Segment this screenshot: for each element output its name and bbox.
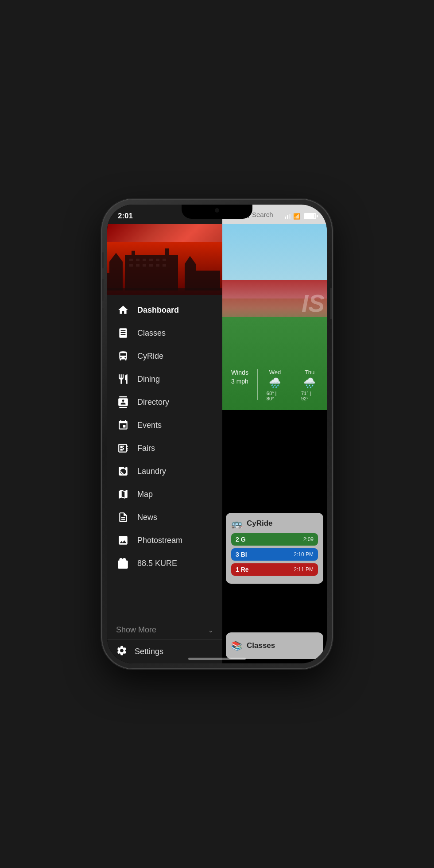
home-indicator[interactable]	[188, 658, 246, 660]
volume-up-button[interactable]	[102, 279, 104, 301]
phone-screen: Dashboard Classes CyRide	[107, 205, 327, 663]
sidebar-item-kure[interactable]: 88.5 KURE	[107, 552, 222, 575]
sidebar-item-news[interactable]: News	[107, 506, 222, 529]
app-screen: Dashboard Classes CyRide	[107, 205, 327, 663]
sidebar-item-label: Map	[137, 490, 153, 499]
svg-rect-3	[165, 248, 169, 255]
silent-switch[interactable]	[102, 252, 104, 268]
sidebar-item-label: Events	[137, 421, 162, 430]
svg-rect-4	[129, 259, 133, 261]
svg-rect-22	[107, 288, 222, 295]
svg-rect-8	[156, 259, 159, 261]
svg-rect-21	[107, 273, 111, 291]
svg-rect-9	[163, 259, 166, 261]
classes-card-title: Classes	[247, 641, 275, 650]
cyride-card[interactable]: 🚌 CyRide 2 G 2:09 3 Bl 2:10 PM 1 Re 2:11…	[226, 513, 323, 584]
weather-temp-thu: 71° | 92°	[301, 391, 318, 401]
weather-forecast: Wed 🌧️ 68° | 80° Thu 🌧️ 71° | 92°	[267, 369, 318, 401]
sidebar-item-photostream[interactable]: Photostream	[107, 529, 222, 552]
weather-day-thu: Thu 🌧️ 71° | 92°	[301, 369, 318, 401]
show-more-row[interactable]: Show More ⌄	[107, 621, 222, 639]
radio-icon	[116, 556, 130, 570]
wind-speed: 3 mph	[231, 378, 248, 385]
sidebar-item-directory[interactable]: Directory	[107, 391, 222, 414]
status-icons: 📶	[285, 213, 316, 220]
signal-dots	[285, 214, 291, 219]
route-item-red[interactable]: 1 Re 2:11 PM	[231, 563, 318, 576]
weather-day-wed: Wed 🌧️ 68° | 80°	[267, 369, 283, 401]
chevron-down-icon: ⌄	[208, 627, 213, 634]
sidebar-item-label: Directory	[137, 398, 169, 407]
svg-rect-20	[196, 271, 220, 291]
main-content: 🔍 Search IS	[222, 205, 327, 663]
svg-rect-13	[149, 264, 153, 267]
rain-icon-thu: 🌧️	[303, 377, 315, 389]
sidebar-item-dining[interactable]: Dining	[107, 368, 222, 391]
news-icon	[116, 510, 130, 524]
route-time-green: 2:09	[303, 536, 314, 542]
dining-icon	[116, 372, 130, 386]
route-number-blue: 3 Bl	[236, 551, 247, 558]
svg-rect-12	[143, 264, 146, 267]
sidebar-item-classes[interactable]: Classes	[107, 322, 222, 345]
menu-list: Dashboard Classes CyRide	[107, 295, 222, 621]
classes-card-icon: 📚	[231, 640, 242, 651]
dashboard-icon	[116, 303, 130, 317]
volume-down-button[interactable]	[102, 308, 104, 330]
sidebar-item-label: Fairs	[137, 444, 155, 453]
laundry-icon	[116, 464, 130, 478]
classes-icon	[116, 326, 130, 340]
cyride-card-header: 🚌 CyRide	[231, 518, 318, 529]
svg-rect-16	[109, 262, 123, 291]
svg-rect-11	[136, 264, 140, 267]
wifi-icon: 📶	[293, 213, 300, 220]
svg-rect-10	[129, 264, 133, 267]
stadium-banner: IS Winds 3 mph	[222, 224, 327, 410]
settings-label: Settings	[135, 647, 163, 656]
menu-header-image	[107, 224, 222, 295]
sidebar-item-dashboard[interactable]: Dashboard	[107, 298, 222, 322]
route-item-blue[interactable]: 3 Bl 2:10 PM	[231, 548, 318, 561]
cyride-icon	[116, 349, 130, 363]
svg-rect-5	[136, 259, 140, 261]
classes-card[interactable]: 📚 Classes	[226, 632, 323, 659]
status-time: 2:01	[118, 212, 133, 221]
bus-icon: 🚌	[231, 518, 242, 529]
svg-rect-15	[163, 264, 166, 267]
svg-rect-6	[143, 259, 146, 261]
stadium-image: IS Winds 3 mph	[222, 224, 327, 410]
svg-rect-7	[149, 259, 153, 261]
sidebar-item-label: Laundry	[137, 467, 166, 476]
svg-rect-14	[156, 264, 159, 267]
sidebar-item-label: News	[137, 513, 157, 522]
show-more-label: Show More	[116, 625, 156, 635]
sidebar-item-cyride[interactable]: CyRide	[107, 345, 222, 368]
route-item-green[interactable]: 2 G 2:09	[231, 533, 318, 546]
side-menu: Dashboard Classes CyRide	[107, 205, 222, 663]
route-number-green: 2 G	[236, 536, 246, 543]
directory-icon	[116, 395, 130, 409]
sidebar-item-label: 88.5 KURE	[137, 559, 177, 568]
rain-icon-wed: 🌧️	[269, 377, 281, 389]
sidebar-item-events[interactable]: Events	[107, 414, 222, 437]
sidebar-item-label: Classes	[137, 329, 166, 338]
route-number-red: 1 Re	[236, 566, 249, 573]
events-icon	[116, 418, 130, 432]
sidebar-item-fairs[interactable]: Fairs	[107, 437, 222, 460]
winds-label: Winds	[231, 369, 248, 376]
map-icon	[116, 487, 130, 501]
sidebar-item-label: Dashboard	[137, 306, 179, 315]
sidebar-item-label: Dining	[137, 375, 160, 384]
phone-notch	[182, 205, 252, 219]
phone-frame: Dashboard Classes CyRide	[102, 199, 332, 669]
route-time-blue: 2:10 PM	[294, 551, 314, 558]
svg-rect-2	[132, 251, 135, 255]
route-time-red: 2:11 PM	[294, 566, 314, 573]
weather-widget: Winds 3 mph Wed 🌧️ 68° | 80°	[222, 369, 327, 401]
battery-icon	[304, 213, 316, 219]
settings-icon	[116, 645, 128, 658]
sidebar-item-label: CyRide	[137, 352, 163, 361]
sidebar-item-laundry[interactable]: Laundry	[107, 460, 222, 483]
sidebar-item-map[interactable]: Map	[107, 483, 222, 506]
power-button[interactable]	[330, 288, 332, 319]
